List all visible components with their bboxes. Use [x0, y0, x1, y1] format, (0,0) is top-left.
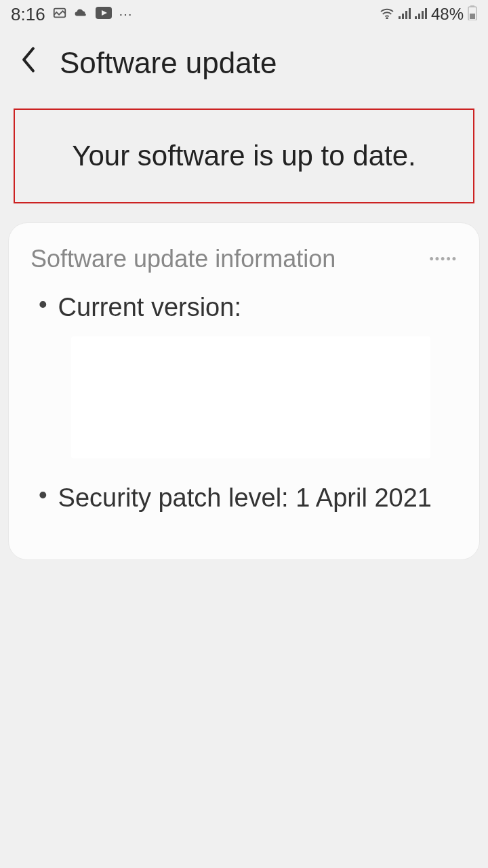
battery-icon — [468, 5, 477, 24]
svg-rect-5 — [405, 11, 407, 19]
youtube-icon — [96, 7, 112, 22]
version-value-area — [71, 336, 430, 458]
svg-rect-6 — [409, 8, 411, 19]
svg-rect-3 — [399, 16, 401, 19]
svg-rect-13 — [470, 14, 475, 19]
app-header: Software update — [0, 28, 488, 98]
status-bar-left: 8:16 ⋯ — [11, 4, 132, 25]
svg-rect-4 — [402, 14, 404, 19]
more-dots-icon: ⋯ — [119, 6, 132, 22]
bullet-icon: • — [39, 290, 47, 319]
list-item: • Security patch level: 1 April 2021 — [30, 480, 458, 516]
current-version-label: Current version: — [58, 290, 241, 326]
update-status-banner: Your software is up to date. — [14, 108, 474, 203]
status-bar: 8:16 ⋯ 48% — [0, 0, 488, 28]
svg-point-2 — [386, 18, 388, 19]
update-status-text: Your software is up to date. — [37, 140, 451, 172]
battery-percentage: 48% — [431, 5, 464, 24]
signal-icon-2 — [415, 7, 427, 22]
bullet-icon: • — [39, 480, 47, 509]
info-card-menu-icon[interactable]: ••••• — [429, 252, 458, 267]
gallery-icon — [52, 5, 67, 24]
svg-rect-7 — [415, 16, 417, 19]
page-title: Software update — [60, 46, 277, 80]
cloud-icon — [74, 7, 89, 22]
svg-rect-8 — [418, 14, 420, 19]
svg-rect-9 — [422, 11, 424, 19]
update-info-card: Software update information ••••• • Curr… — [8, 222, 480, 560]
signal-icon-1 — [399, 7, 411, 22]
status-bar-right: 48% — [380, 5, 477, 24]
security-patch-label: Security patch level: 1 April 2021 — [58, 480, 432, 516]
info-card-title: Software update information — [30, 245, 336, 273]
list-item: • Current version: — [30, 290, 458, 326]
info-card-header: Software update information ••••• — [30, 245, 458, 273]
wifi-icon — [380, 7, 394, 22]
svg-rect-10 — [425, 8, 427, 19]
status-time: 8:16 — [11, 4, 45, 25]
back-button[interactable] — [19, 45, 38, 81]
